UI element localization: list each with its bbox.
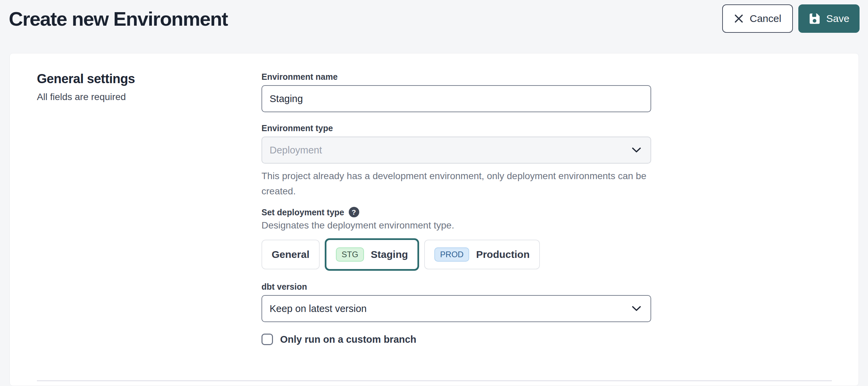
- deployment-type-option-staging[interactable]: STG Staging: [325, 238, 419, 271]
- deployment-type-options: General STG Staging PROD Production: [261, 238, 651, 271]
- close-icon: [734, 14, 744, 24]
- save-button-label: Save: [826, 13, 849, 24]
- environment-name-label: Environment name: [261, 72, 651, 82]
- dbt-version-value: Keep on latest version: [270, 303, 367, 314]
- prod-badge: PROD: [434, 247, 469, 262]
- stg-badge: STG: [336, 247, 364, 262]
- question-circle-icon[interactable]: ?: [349, 207, 359, 217]
- page-title: Create new Environment: [9, 7, 228, 30]
- chevron-down-icon: [632, 147, 641, 153]
- environment-form: Environment name Environment type Deploy…: [261, 72, 651, 345]
- custom-branch-checkbox[interactable]: [261, 334, 273, 345]
- deployment-type-option-staging-label: Staging: [371, 249, 408, 260]
- deployment-type-description: Designates the deployment environment ty…: [261, 219, 651, 232]
- environment-type-label: Environment type: [261, 123, 651, 133]
- save-button[interactable]: Save: [798, 4, 860, 33]
- dbt-version-label: dbt version: [261, 282, 651, 292]
- environment-type-select[interactable]: Deployment: [261, 137, 651, 164]
- header-actions: Cancel Save: [722, 4, 860, 33]
- section-subtitle: All fields are required: [37, 92, 261, 102]
- section-intro: General settings All fields are required: [37, 72, 261, 102]
- save-icon: [808, 13, 821, 25]
- deployment-type-option-general-label: General: [272, 249, 310, 260]
- environment-type-value: Deployment: [270, 145, 322, 156]
- settings-card: General settings All fields are required…: [9, 53, 859, 386]
- custom-branch-row: Only run on a custom branch: [261, 334, 651, 345]
- custom-branch-label[interactable]: Only run on a custom branch: [280, 334, 416, 345]
- environment-type-helper: This project already has a development e…: [261, 168, 647, 199]
- deployment-type-label-row: Set deployment type ?: [261, 207, 651, 217]
- cancel-button[interactable]: Cancel: [722, 4, 793, 33]
- cancel-button-label: Cancel: [750, 13, 781, 24]
- environment-name-input[interactable]: [261, 85, 651, 112]
- page-header: Create new Environment Cancel Save: [0, 0, 868, 33]
- section-divider: [37, 380, 832, 381]
- deployment-type-option-production[interactable]: PROD Production: [424, 240, 540, 269]
- deployment-type-label: Set deployment type: [261, 207, 344, 217]
- dbt-version-select[interactable]: Keep on latest version: [261, 295, 651, 322]
- deployment-type-option-general[interactable]: General: [261, 240, 320, 269]
- section-title: General settings: [37, 72, 261, 86]
- deployment-type-option-production-label: Production: [476, 249, 529, 260]
- chevron-down-icon: [632, 306, 641, 312]
